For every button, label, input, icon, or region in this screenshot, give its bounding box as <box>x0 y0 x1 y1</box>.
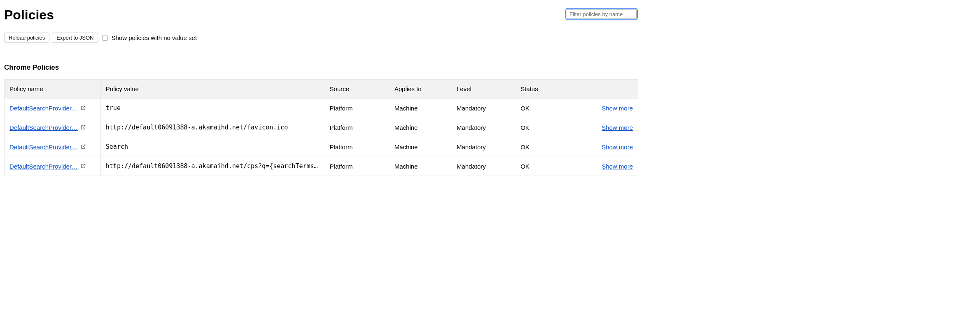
show-more-link[interactable]: Show more <box>585 163 633 170</box>
policy-applies: Machine <box>390 99 452 118</box>
policies-table: Policy name Policy value Source Applies … <box>4 79 638 176</box>
export-json-button[interactable]: Export to JSON <box>52 33 98 43</box>
policy-level: Mandatory <box>452 118 516 137</box>
table-row: DefaultSearchProvider…truePlatformMachin… <box>5 99 638 118</box>
show-no-value-text: Show policies with no value set <box>111 34 197 41</box>
show-more-link[interactable]: Show more <box>585 124 633 131</box>
table-header-row: Policy name Policy value Source Applies … <box>5 80 638 99</box>
policy-applies: Machine <box>390 118 452 137</box>
external-link-icon <box>80 163 86 169</box>
policy-name-link[interactable]: DefaultSearchProvider… <box>9 105 78 112</box>
policy-status: OK <box>516 99 580 118</box>
policy-value: Search <box>100 137 324 157</box>
policy-level: Mandatory <box>452 157 516 176</box>
col-status: Status <box>516 80 580 99</box>
show-more-link[interactable]: Show more <box>585 105 633 112</box>
filter-policies-input[interactable] <box>567 9 637 19</box>
policy-applies: Machine <box>390 137 452 157</box>
external-link-icon <box>80 144 86 150</box>
policy-value: http://default06091388-a.akamaihd.net/fa… <box>100 118 324 137</box>
reload-policies-button[interactable]: Reload policies <box>4 33 49 43</box>
external-link-icon <box>80 105 86 111</box>
policy-source: Platform <box>325 118 390 137</box>
policy-value: true <box>100 99 324 118</box>
table-row: DefaultSearchProvider…http://default0609… <box>5 157 638 176</box>
policy-status: OK <box>516 118 580 137</box>
col-applies: Applies to <box>390 80 452 99</box>
policy-applies: Machine <box>390 157 452 176</box>
policy-value: http://default06091388-a.akamaihd.net/cp… <box>100 157 324 176</box>
policy-name-link[interactable]: DefaultSearchProvider… <box>9 143 78 150</box>
page-title: Policies <box>4 7 54 23</box>
toolbar: Reload policies Export to JSON Show poli… <box>4 33 638 43</box>
policy-level: Mandatory <box>452 137 516 157</box>
col-action <box>580 80 638 99</box>
col-level: Level <box>452 80 516 99</box>
policy-status: OK <box>516 157 580 176</box>
section-title: Chrome Policies <box>4 63 638 72</box>
policy-name-link[interactable]: DefaultSearchProvider… <box>9 124 78 131</box>
col-policy-name: Policy name <box>5 80 101 99</box>
show-more-link[interactable]: Show more <box>585 143 633 150</box>
policy-source: Platform <box>325 137 390 157</box>
show-no-value-checkbox[interactable] <box>102 35 108 41</box>
policy-status: OK <box>516 137 580 157</box>
policy-source: Platform <box>325 157 390 176</box>
table-row: DefaultSearchProvider…http://default0609… <box>5 118 638 137</box>
col-policy-value: Policy value <box>100 80 324 99</box>
show-no-value-label[interactable]: Show policies with no value set <box>102 34 197 41</box>
policy-source: Platform <box>325 99 390 118</box>
col-source: Source <box>325 80 390 99</box>
external-link-icon <box>80 124 86 130</box>
policy-level: Mandatory <box>452 99 516 118</box>
policy-name-link[interactable]: DefaultSearchProvider… <box>9 163 78 170</box>
table-row: DefaultSearchProvider…SearchPlatformMach… <box>5 137 638 157</box>
